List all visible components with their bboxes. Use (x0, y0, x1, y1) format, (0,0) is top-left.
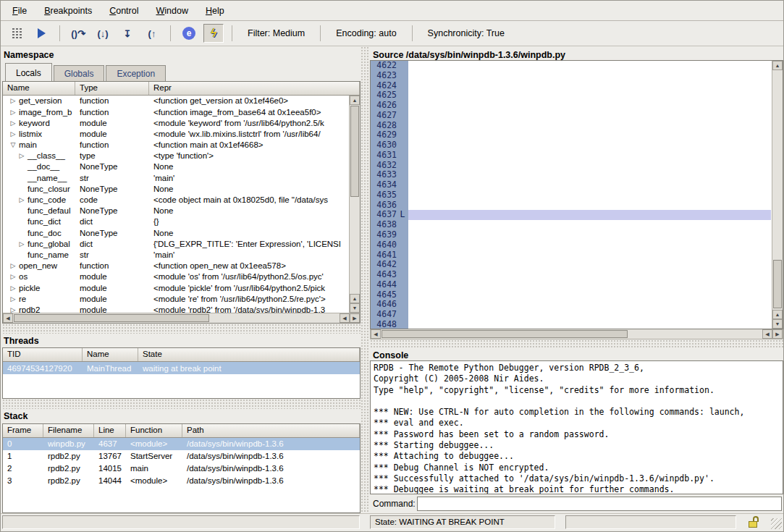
line-number-gutter[interactable]: 4646 (371, 300, 408, 310)
encoding-button[interactable]: e (179, 24, 199, 43)
tree-expander-icon[interactable] (16, 229, 28, 237)
code-line[interactable]: 4634 (371, 180, 771, 190)
namespace-row[interactable]: func_closur NoneType None (3, 183, 360, 194)
scroll-down-arrow[interactable]: ▼ (772, 319, 783, 329)
line-number-gutter[interactable]: 4625 (371, 90, 408, 101)
tree-expander-icon[interactable] (16, 174, 28, 182)
namespace-row[interactable]: ▷ func_code code <code object main at 0x… (3, 194, 360, 205)
column-header-filename[interactable]: Filename (43, 424, 94, 437)
namespace-vertical-scrollbar[interactable]: ▲ ▲ ▼ (349, 96, 360, 313)
scroll-right-arrow[interactable]: ▶ (772, 329, 783, 339)
next-button[interactable]: ()↷ (68, 24, 88, 43)
code-line[interactable]: 4647 (371, 310, 771, 320)
tab-exception[interactable]: Exception (106, 65, 166, 81)
tree-expander-icon[interactable]: ▷ (7, 261, 19, 270)
tree-expander-icon[interactable]: ▷ (16, 240, 28, 248)
line-number-gutter[interactable]: 4648 (371, 320, 408, 329)
line-number-gutter[interactable]: 4634 (371, 180, 408, 190)
code-line[interactable]: 4644 (371, 280, 771, 290)
tree-expander-icon[interactable]: ▷ (7, 295, 19, 303)
column-header-line[interactable]: Line (94, 424, 126, 437)
scroll-up-arrow[interactable]: ▲ (772, 61, 783, 70)
namespace-row[interactable]: ▽ main function <function main at 0x1ef4… (3, 139, 360, 150)
namespace-row[interactable]: ▷ func_global dict {'DLG_EXPR_TITLE': 'E… (3, 238, 360, 249)
line-number-gutter[interactable]: 4642 (371, 260, 408, 270)
code-line[interactable]: 4643 (371, 270, 771, 280)
stack-frame-row[interactable]: 2 rpdb2.py 14015 main /data/sys/bin/winp… (3, 463, 360, 475)
code-line[interactable]: 4645 (371, 290, 771, 300)
namespace-row[interactable]: func_doc NoneType None (3, 227, 360, 238)
line-number-gutter[interactable]: 4637 L (371, 210, 408, 220)
line-number-gutter[interactable]: 4641 (371, 250, 408, 261)
horizontal-sash[interactable] (370, 339, 783, 348)
namespace-row[interactable]: ▷ os module <module 'os' from '/usr/lib6… (3, 271, 360, 282)
namespace-row[interactable]: ▷ get_version function <function get_ver… (3, 96, 360, 106)
line-number-gutter[interactable]: 4633 (371, 170, 408, 180)
code-line[interactable]: 4648 (371, 320, 771, 329)
stack-frame-row[interactable]: 1 rpdb2.py 13767 StartServer /data/sys/b… (3, 450, 360, 463)
menu-file[interactable]: File (4, 3, 35, 19)
thread-row[interactable]: 46974534127920 MainThread waiting at bre… (3, 362, 360, 374)
horizontal-sash[interactable] (2, 324, 361, 334)
source-horizontal-scrollbar[interactable]: ◀ ◀ ▶ (370, 329, 783, 339)
tree-expander-icon[interactable]: ▷ (7, 119, 19, 127)
code-line[interactable]: 4625 (371, 90, 771, 101)
line-number-gutter[interactable]: 4645 (371, 290, 408, 300)
vertical-sash[interactable] (361, 46, 370, 513)
line-number-gutter[interactable]: 4640 (371, 240, 408, 250)
scroll-up-arrow[interactable]: ▲ (772, 310, 783, 319)
step-button[interactable]: (↓) (93, 24, 113, 43)
namespace-row[interactable]: ▷ keyword module <module 'keyword' from … (3, 117, 360, 128)
code-line[interactable]: 4623 (371, 71, 771, 81)
column-header-tid[interactable]: TID (3, 348, 83, 361)
namespace-row[interactable]: ▷ rpdb2 module <module 'rpdb2' from '/da… (3, 304, 360, 312)
tree-expander-icon[interactable]: ▷ (16, 151, 28, 160)
namespace-row[interactable]: __doc__ NoneType None (3, 161, 360, 172)
code-line[interactable]: 4636 (371, 200, 771, 211)
column-header-repr[interactable]: Repr (149, 82, 360, 95)
scrollbar-thumb[interactable] (14, 314, 209, 322)
menu-control[interactable]: Control (101, 3, 147, 19)
line-number-gutter[interactable]: 4639 (371, 230, 408, 240)
line-number-gutter[interactable]: 4623 (371, 71, 408, 81)
synchronicity-button[interactable]: ϟ (203, 24, 224, 43)
tree-expander-icon[interactable] (16, 185, 28, 193)
namespace-row[interactable]: ▷ open_new function <function open_new a… (3, 261, 360, 271)
column-header-path[interactable]: Path (182, 424, 360, 437)
line-number-gutter[interactable]: 4632 (371, 161, 408, 171)
column-header-function[interactable]: Function (126, 424, 182, 437)
namespace-row[interactable]: func_defaul NoneType None (3, 206, 360, 216)
scrollbar-thumb[interactable] (382, 330, 628, 338)
line-number-gutter[interactable]: 4628 (371, 121, 408, 131)
code-line[interactable]: 4635 (371, 190, 771, 200)
line-number-gutter[interactable]: 4624 (371, 81, 408, 91)
code-line[interactable]: 4628 (371, 121, 771, 131)
menu-help[interactable]: Help (197, 3, 233, 19)
line-number-gutter[interactable]: 4647 (371, 310, 408, 320)
namespace-row[interactable]: ▷ __class__ type <type 'function'> (3, 151, 360, 161)
line-number-gutter[interactable]: 4644 (371, 280, 408, 290)
code-line[interactable]: 4632 (371, 161, 771, 171)
tab-locals[interactable]: Locals (5, 63, 52, 81)
code-line[interactable]: 4639 (371, 230, 771, 240)
line-number-gutter[interactable]: 4627 (371, 111, 408, 121)
line-number-gutter[interactable]: 4638 (371, 220, 408, 230)
tree-expander-icon[interactable]: ▷ (7, 284, 19, 292)
scroll-left-arrow[interactable]: ◀ (3, 313, 13, 323)
scroll-up-arrow[interactable]: ▲ (350, 96, 360, 105)
source-editor[interactable]: 4622 4623 (370, 60, 783, 329)
namespace-row[interactable]: func_name str 'main' (3, 249, 360, 260)
tab-globals[interactable]: Globals (54, 65, 105, 81)
line-number-gutter[interactable]: 4631 (371, 151, 408, 161)
namespace-row[interactable]: __name__ str 'main' (3, 172, 360, 183)
source-vertical-scrollbar[interactable]: ▲ ▲ ▼ (772, 61, 783, 329)
namespace-row[interactable]: ▷ re module <module 're' from '/usr/lib6… (3, 293, 360, 304)
tree-expander-icon[interactable]: ▷ (16, 195, 28, 204)
code-line[interactable]: 4627 (371, 111, 771, 121)
code-line[interactable]: 4629 (371, 130, 771, 140)
tree-expander-icon[interactable]: ▷ (7, 130, 19, 138)
namespace-row[interactable]: func_dict dict {} (3, 216, 360, 227)
return-button[interactable]: (↑ (142, 24, 162, 43)
code-line[interactable]: 4637 L (371, 210, 771, 220)
column-header-name[interactable]: Name (83, 348, 138, 361)
